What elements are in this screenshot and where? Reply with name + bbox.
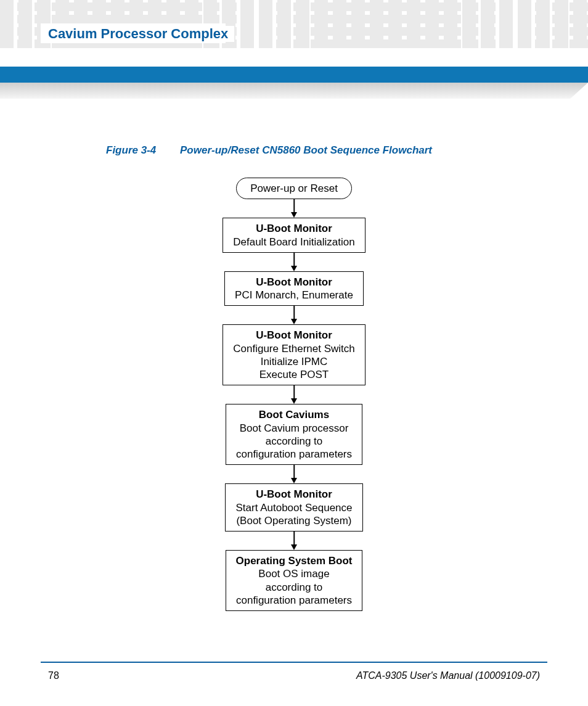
flowchart-step: U-Boot Monitor Start Autoboot Sequence(B… <box>225 483 362 532</box>
flowchart-step-body: Default Board Initialization <box>233 236 355 248</box>
page: Cavium Processor Complex Figure 3-4 Powe… <box>0 0 588 706</box>
flowchart-step: Operating System Boot Boot OS imageaccor… <box>226 550 363 611</box>
manual-title: ATCA-9305 User's Manual <box>356 670 473 681</box>
flowchart-step-body: Boot OS imageaccording toconfiguration p… <box>236 567 353 607</box>
flowchart-step: U-Boot Monitor Configure Ethernet Switch… <box>223 324 365 385</box>
flowchart-step-title: U-Boot Monitor <box>235 276 353 289</box>
flowchart-step-title: Operating System Boot <box>236 554 353 567</box>
header-grey-wedge <box>0 83 588 99</box>
flowchart-step-body: Boot Cavium processoraccording toconfigu… <box>236 422 352 461</box>
figure-title: Power-up/Reset CN5860 Boot Sequence Flow… <box>180 144 432 156</box>
doc-number: (10009109-07) <box>475 670 540 681</box>
flowchart-step-body: Configure Ethernet SwitchInitialize IPMC… <box>233 342 355 382</box>
flowchart-step: Boot Caviums Boot Cavium processoraccord… <box>226 404 362 465</box>
flowchart-step: U-Boot Monitor PCI Monarch, Enumerate <box>224 271 364 306</box>
footer: 78 ATCA-9305 User's Manual (10009109-07) <box>48 670 540 681</box>
footer-rule <box>41 662 547 663</box>
flowchart-start: Power-up or Reset <box>236 178 352 199</box>
flowchart-step-body: PCI Monarch, Enumerate <box>235 289 353 302</box>
figure-number: Figure 3-4 <box>106 144 156 156</box>
flowchart-step-title: U-Boot Monitor <box>233 329 355 342</box>
header-blue-bar <box>0 67 588 83</box>
footer-right: ATCA-9305 User's Manual (10009109-07) <box>356 670 540 681</box>
flowchart-step-title: Boot Caviums <box>236 408 352 421</box>
flowchart-step: U-Boot Monitor Default Board Initializat… <box>223 218 365 253</box>
flowchart-step-title: U-Boot Monitor <box>233 222 355 235</box>
page-number: 78 <box>48 670 59 681</box>
flowchart-step-title: U-Boot Monitor <box>235 488 352 501</box>
flowchart-step-body: Start Autoboot Sequence(Boot Operating S… <box>235 501 352 528</box>
flowchart: Power-up or Reset U-Boot Monitor Default… <box>0 178 588 611</box>
section-title: Cavium Processor Complex <box>48 26 234 42</box>
figure-caption: Figure 3-4 Power-up/Reset CN5860 Boot Se… <box>106 144 432 157</box>
